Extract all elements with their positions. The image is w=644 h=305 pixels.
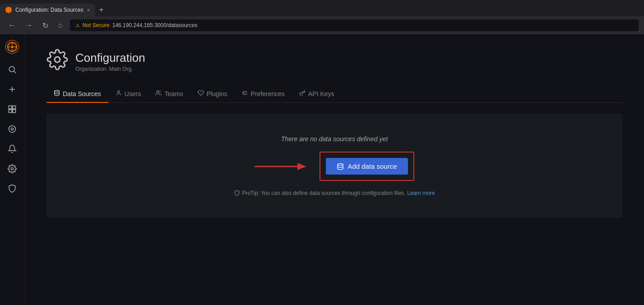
- empty-message: There are no data sources defined yet: [281, 135, 388, 143]
- preferences-tab-icon: [242, 90, 248, 97]
- page-title: Configuration: [75, 51, 145, 65]
- page-title-group: Configuration Organization: Main Org.: [75, 51, 145, 72]
- app-layout: Configuration Organization: Main Org. Da…: [0, 34, 644, 305]
- svg-point-22: [157, 91, 159, 93]
- svg-marker-28: [297, 163, 306, 170]
- content-box: There are no data sources defined yet Ad…: [46, 114, 622, 218]
- tab-teams[interactable]: Teams: [148, 85, 190, 103]
- security-indicator: ⚠: [75, 23, 80, 28]
- svg-point-0: [6, 8, 11, 12]
- url-text: 146.190.244.165:3000/datasources: [112, 22, 198, 28]
- tab-plugins[interactable]: Plugins: [190, 85, 235, 103]
- svg-point-18: [11, 168, 14, 170]
- tab-title: Configuration: Data Sources: [15, 7, 83, 13]
- page-subtitle: Organization: Main Org.: [75, 66, 145, 72]
- svg-point-19: [55, 57, 60, 62]
- tabs-bar: Data Sources Users Teams Plugins: [46, 85, 622, 103]
- tab-close-button[interactable]: ×: [87, 7, 90, 13]
- sidebar-item-add[interactable]: [4, 81, 20, 97]
- users-tab-icon: [116, 90, 122, 97]
- sidebar-item-configuration[interactable]: [4, 161, 20, 177]
- security-label: Not Secure: [83, 22, 110, 28]
- protip-message: ProTip: You can also define data sources…: [242, 190, 405, 196]
- svg-point-3: [11, 46, 14, 48]
- sidebar-item-search[interactable]: [4, 61, 20, 78]
- svg-point-16: [9, 126, 16, 133]
- plugins-tab-icon: [198, 90, 204, 97]
- back-button[interactable]: ←: [5, 20, 18, 30]
- svg-point-17: [11, 128, 14, 130]
- tab-preferences-label: Preferences: [251, 90, 285, 97]
- svg-rect-15: [13, 110, 16, 113]
- sidebar-item-explore[interactable]: [4, 121, 20, 137]
- grafana-logo[interactable]: [5, 40, 19, 54]
- sidebar: [0, 34, 25, 305]
- arrow-indicator: [255, 160, 309, 173]
- action-row: Add data source: [255, 152, 414, 181]
- svg-point-26: [242, 92, 243, 93]
- address-bar: ← → ↻ ⌂ ⚠ Not Secure 146.190.244.165:300…: [0, 16, 644, 34]
- teams-tab-icon: [155, 90, 162, 97]
- svg-line-9: [14, 71, 16, 74]
- tab-teams-label: Teams: [164, 90, 183, 97]
- data-sources-tab-icon: [54, 90, 60, 97]
- tab-preferences[interactable]: Preferences: [235, 85, 292, 103]
- svg-point-20: [55, 90, 60, 92]
- sidebar-item-alerting[interactable]: [4, 141, 20, 157]
- reload-button[interactable]: ↻: [40, 20, 51, 31]
- sidebar-item-server-admin[interactable]: [4, 180, 20, 197]
- new-tab-button[interactable]: +: [95, 5, 107, 15]
- configuration-icon: [46, 49, 68, 74]
- tab-data-sources[interactable]: Data Sources: [46, 85, 108, 103]
- sidebar-item-dashboards[interactable]: [4, 101, 20, 117]
- page-header: Configuration Organization: Main Org.: [46, 49, 622, 74]
- tab-users[interactable]: Users: [108, 85, 148, 103]
- add-data-source-button[interactable]: Add data source: [326, 158, 408, 175]
- tab-bar: Configuration: Data Sources × +: [0, 0, 644, 16]
- learn-more-link[interactable]: Learn more: [407, 190, 435, 196]
- protip-text: ProTip: You can also define data sources…: [234, 190, 435, 196]
- svg-point-8: [9, 66, 14, 72]
- api-keys-tab-icon: [299, 90, 306, 97]
- tab-plugins-label: Plugins: [207, 90, 227, 97]
- active-tab: Configuration: Data Sources ×: [0, 4, 95, 16]
- main-content: Configuration Organization: Main Org. Da…: [25, 34, 644, 305]
- tab-favicon: [5, 7, 12, 13]
- svg-rect-13: [13, 106, 16, 109]
- svg-rect-12: [9, 106, 12, 109]
- forward-button[interactable]: →: [23, 20, 35, 30]
- tab-api-keys-label: API Keys: [308, 90, 334, 97]
- tab-api-keys[interactable]: API Keys: [292, 85, 342, 103]
- svg-point-21: [117, 91, 120, 93]
- add-data-source-label: Add data source: [347, 162, 397, 170]
- svg-point-29: [338, 163, 343, 165]
- tab-users-label: Users: [125, 90, 141, 97]
- home-button[interactable]: ⌂: [56, 20, 65, 30]
- browser-chrome: Configuration: Data Sources × + ← → ↻ ⌂ …: [0, 0, 644, 34]
- url-bar[interactable]: ⚠ Not Secure 146.190.244.165:3000/dataso…: [70, 19, 639, 31]
- add-datasource-highlight: Add data source: [320, 152, 414, 181]
- tab-data-sources-label: Data Sources: [63, 90, 101, 97]
- svg-rect-14: [9, 110, 12, 113]
